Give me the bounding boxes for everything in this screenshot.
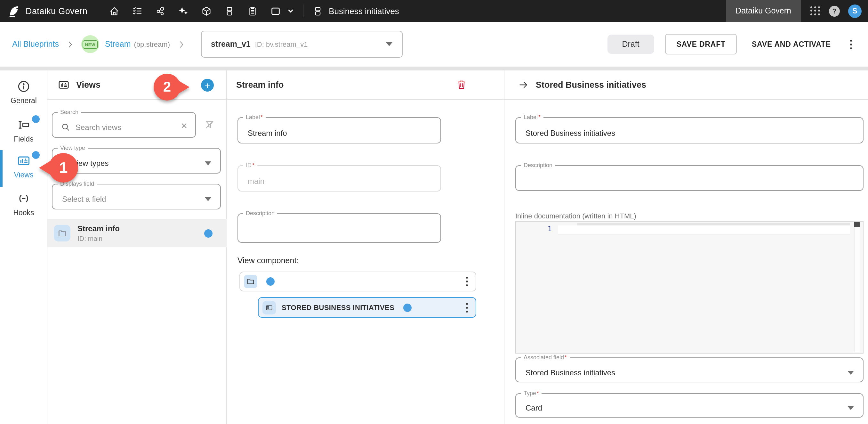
required-asterisk: * [260,114,263,120]
required-asterisk: * [537,390,539,396]
breadcrumb-blueprint[interactable]: Stream [105,40,131,49]
required-asterisk: * [538,114,540,120]
component-detail-header: Stored Business initiatives [504,70,868,100]
chevron-right-icon [66,40,74,48]
search-input[interactable] [75,120,172,134]
editor-scrollbar [854,222,860,352]
editor-active-line[interactable] [558,225,850,235]
sidebar-item-hooks[interactable]: Hooks [0,191,48,216]
type-select[interactable]: Type* Card [515,391,864,418]
cube-icon[interactable] [201,5,212,16]
views-panel: Views + Search ✕ View type All view type… [48,70,226,424]
editor-decoration [578,223,850,225]
chevron-down-icon [847,370,854,374]
graph-icon[interactable] [155,5,166,16]
component-row-card[interactable]: STORED BUSINESS INITIATIVES [258,297,476,318]
component-description-field[interactable]: Description [515,163,864,191]
sidebar-item-general[interactable]: General [0,80,48,104]
checklist-icon[interactable] [132,5,143,16]
view-item-id: ID: main [78,235,120,242]
component-menu-icon[interactable] [462,274,472,289]
view-component-heading: View component: [238,256,299,265]
home-icon[interactable] [109,5,120,16]
editor-line-number: 1 [516,225,552,233]
breadcrumb-bar: All Blueprints NEW Stream (bp.stream) st… [0,22,868,67]
annotation-number: 2 [163,79,171,95]
view-id-value: main [248,177,265,185]
view-list-item[interactable]: Stream info ID: main [48,219,226,247]
clear-search-icon[interactable]: ✕ [181,121,188,131]
required-asterisk: * [565,354,567,361]
annotation-arrow [39,161,51,175]
collapse-arrow-icon[interactable] [518,80,529,90]
chevron-down-icon [205,197,211,201]
associated-field-value: Stored Business initiatives [526,368,615,377]
sidebar-item-label: Views [14,171,34,179]
clipboard-icon[interactable] [247,5,258,16]
user-avatar[interactable]: S [848,4,862,18]
breadcrumb-all-blueprints[interactable]: All Blueprints [12,40,59,49]
version-name: stream_v1 [211,40,251,49]
screen-icon[interactable] [270,5,281,16]
screen: Dataiku Govern [0,0,868,424]
component-label: STORED BUSINESS INITIATIVES [282,304,394,311]
chevron-down-icon[interactable] [287,8,293,14]
blueprint-id: (bp.stream) [134,40,170,48]
more-actions-icon[interactable] [846,37,856,51]
component-label-field[interactable]: Label* Stored Business initiatives [515,115,864,144]
app-switcher-current[interactable]: Dataiku Govern [726,0,801,22]
view-description-field[interactable]: Description [238,211,441,243]
save-and-activate-button[interactable]: SAVE AND ACTIVATE [748,34,835,55]
delete-view-icon[interactable] [456,79,467,90]
search-icon [61,122,70,132]
folder-icon [54,225,70,241]
version-id: ID: bv.stream_v1 [255,40,308,48]
new-badge-label: NEW [83,40,98,48]
chevron-down-icon [205,161,211,165]
sparkles-icon[interactable] [178,5,189,16]
scrollbar-thumb[interactable] [854,222,860,227]
version-select[interactable]: stream_v1 ID: bv.stream_v1 [201,31,402,58]
inline-doc-code-editor[interactable]: 1 [515,221,864,354]
modified-dot [204,229,213,237]
brand-title: Dataiku Govern [26,6,87,16]
save-draft-button[interactable]: SAVE DRAFT [665,34,737,55]
view-item-title: Stream info [78,224,120,233]
status-badge: Draft [608,35,654,54]
folder-icon [244,275,257,288]
field-icon [17,118,31,132]
component-row-folder[interactable] [239,272,476,292]
view-label-field[interactable]: Label* Stream info [238,115,441,144]
view-label-value: Stream info [248,128,287,138]
required-asterisk: * [252,162,254,169]
views-icon [58,79,70,91]
stacked-cards-icon[interactable] [224,5,235,16]
associated-field-select[interactable]: Associated field* Stored Business initia… [515,355,864,382]
add-view-button[interactable]: + [201,79,214,92]
inline-doc-heading: Inline documentation (written in HTML) [515,212,636,220]
filter-off-icon[interactable] [204,119,215,130]
search-field: Search ✕ [52,110,196,138]
blueprint-badge-icon: NEW [81,35,99,53]
type-value: Card [526,403,542,413]
sidebar-item-label: General [10,97,37,104]
chevron-down-icon [847,406,854,410]
dataiku-logo-icon[interactable] [8,4,21,17]
sidebar-item-fields[interactable]: Fields [0,118,48,143]
card-icon [262,301,276,314]
component-detail-title: Stored Business initiatives [536,80,646,90]
chevron-down-icon [386,42,392,46]
displays-field-select[interactable]: Displays field Select a field [52,181,221,209]
chevron-right-icon [177,40,185,48]
annotation-pin-1: 1 [49,153,78,183]
modified-dot [266,277,275,286]
page-title: Business initiatives [329,6,399,16]
top-navbar: Dataiku Govern [0,0,868,22]
apps-grid-icon[interactable] [810,6,820,16]
view-editor-panel: Stream info Label* Stream info ID* main … [226,70,504,424]
component-menu-icon[interactable] [462,300,472,314]
hook-icon [17,191,31,206]
sidebar-item-label: Fields [14,135,33,143]
help-icon[interactable]: ? [829,5,840,16]
info-icon [17,80,31,93]
